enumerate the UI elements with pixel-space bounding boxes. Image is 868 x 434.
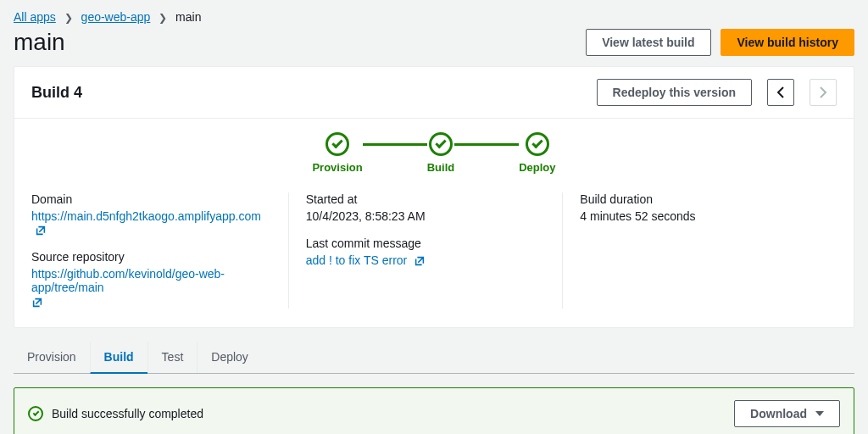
redeploy-button[interactable]: Redeploy this version xyxy=(597,79,752,106)
stage-label: Build xyxy=(427,161,455,174)
build-details: Domain https://main.d5nfgh2tkaogo.amplif… xyxy=(14,181,854,327)
view-build-history-button[interactable]: View build history xyxy=(721,29,854,56)
details-col-2: Started at 10/4/2023, 8:58:23 AM Last co… xyxy=(288,192,563,309)
check-circle-icon xyxy=(526,132,549,156)
pipeline-stage-build: Build xyxy=(427,132,455,174)
source-repo-link[interactable]: https://github.com/kevinold/geo-web-app/… xyxy=(31,267,225,294)
stage-label: Provision xyxy=(312,161,362,174)
source-repo-label: Source repository xyxy=(31,250,271,264)
duration-value: 4 minutes 52 seconds xyxy=(580,209,820,223)
chevron-right-icon: ❯ xyxy=(59,12,78,24)
pipeline: Provision Build Deploy xyxy=(14,119,854,181)
breadcrumb: All apps ❯ geo-web-app ❯ main xyxy=(14,10,854,24)
pipeline-stage-provision: Provision xyxy=(312,132,362,174)
header-actions: View latest build View build history xyxy=(586,29,854,56)
tab-provision[interactable]: Provision xyxy=(14,342,90,373)
check-circle-icon xyxy=(326,132,349,156)
chevron-left-icon xyxy=(776,86,785,98)
pipeline-connector xyxy=(454,143,519,146)
duration-label: Build duration xyxy=(580,192,820,206)
previous-build-button[interactable] xyxy=(767,79,794,106)
breadcrumb-all-apps[interactable]: All apps xyxy=(14,10,56,24)
details-col-3: Build duration 4 minutes 52 seconds xyxy=(562,192,837,309)
download-label: Download xyxy=(750,407,807,420)
tab-deploy[interactable]: Deploy xyxy=(197,342,262,373)
tabs: Provision Build Test Deploy xyxy=(14,342,854,374)
tab-build[interactable]: Build xyxy=(90,342,147,374)
external-link-icon xyxy=(35,225,47,236)
external-link-icon xyxy=(414,255,426,267)
page-title: main xyxy=(14,29,65,56)
commit-link[interactable]: add ! to fix TS error xyxy=(306,253,408,267)
check-circle-icon xyxy=(28,406,43,421)
status-message: Build successfully completed xyxy=(52,407,203,420)
pipeline-stage-deploy: Deploy xyxy=(519,132,555,174)
view-latest-build-button[interactable]: View latest build xyxy=(586,29,710,56)
status-bar: Build successfully completed Download xyxy=(14,387,854,434)
external-link-icon xyxy=(31,297,43,309)
commit-label: Last commit message xyxy=(306,236,546,250)
stage-label: Deploy xyxy=(519,161,555,174)
domain-link[interactable]: https://main.d5nfgh2tkaogo.amplifyapp.co… xyxy=(31,209,261,223)
tab-test[interactable]: Test xyxy=(147,342,198,373)
build-card: Build 4 Redeploy this version Provision … xyxy=(14,66,854,328)
caret-down-icon xyxy=(815,411,824,416)
breadcrumb-app-name[interactable]: geo-web-app xyxy=(81,10,151,24)
pipeline-connector xyxy=(363,143,427,146)
breadcrumb-branch: main xyxy=(175,10,201,24)
check-circle-icon xyxy=(429,132,453,156)
details-col-1: Domain https://main.d5nfgh2tkaogo.amplif… xyxy=(31,192,288,309)
started-value: 10/4/2023, 8:58:23 AM xyxy=(306,209,546,223)
started-label: Started at xyxy=(306,192,546,206)
build-title: Build 4 xyxy=(31,84,82,102)
chevron-right-icon: ❯ xyxy=(153,12,172,24)
chevron-right-icon xyxy=(819,86,827,98)
domain-label: Domain xyxy=(31,192,271,206)
download-button[interactable]: Download xyxy=(734,400,840,427)
next-build-button[interactable] xyxy=(810,79,837,106)
